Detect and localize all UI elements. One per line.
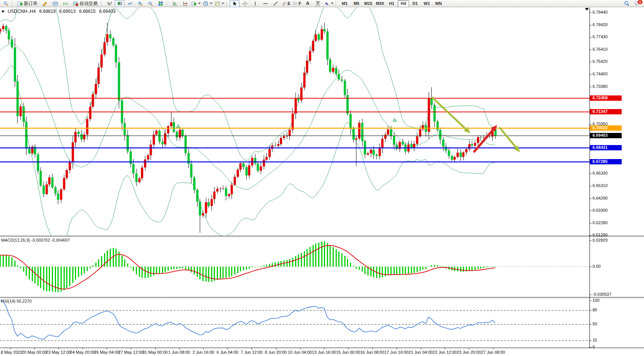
- text-tool-button[interactable]: A: [303, 0, 313, 7]
- chart-bars-button[interactable]: [104, 0, 114, 7]
- channel-e-glyph: E: [288, 1, 290, 6]
- chart-shift-icon: [183, 1, 188, 6]
- fibonacci-f-glyph: F: [299, 1, 301, 6]
- dropdown-caret-icon: [210, 3, 212, 4]
- text-label-tool-button[interactable]: T: [313, 0, 323, 7]
- zoom-in-button[interactable]: [135, 0, 145, 7]
- timeframe-h4[interactable]: H4: [398, 0, 409, 7]
- timeframe-d1[interactable]: D1: [409, 0, 421, 7]
- zoom-in-icon: [138, 1, 143, 6]
- tile-windows-button[interactable]: [156, 0, 165, 7]
- vertical-line-icon: [254, 1, 257, 6]
- line-chart-icon: [128, 1, 132, 6]
- crosshair-icon: [243, 1, 247, 6]
- cursor-tool-button[interactable]: [230, 0, 240, 7]
- timeframe-m5[interactable]: M5: [351, 0, 362, 7]
- rsi-name: RSI(14): [1, 299, 16, 303]
- templates-icon: [215, 1, 220, 6]
- ohlc-open: 6.68819: [39, 9, 56, 14]
- timeframe-m1[interactable]: M1: [339, 0, 350, 7]
- profile-icon: [53, 1, 58, 6]
- tile-windows-icon: [158, 1, 163, 6]
- dropdown-caret-icon: [331, 3, 333, 4]
- notification-count-badge: 1: [637, 0, 643, 5]
- macd-indicator-label: MACD(12,26,9) -0.003702 -0.004607: [1, 238, 70, 242]
- styler-button[interactable]: [40, 0, 50, 7]
- toolbar-separator: [166, 1, 169, 6]
- new-order-icon: [17, 1, 23, 6]
- dropdown-caret-icon: [198, 3, 201, 4]
- equidistant-channel-tool-button[interactable]: E: [281, 0, 291, 7]
- vertical-line-tool-button[interactable]: [250, 0, 260, 7]
- horizontal-line-tool-button[interactable]: [260, 0, 270, 7]
- fibonacci-icon: [293, 1, 297, 6]
- search-button[interactable]: [622, 0, 632, 7]
- new-order-label: 新订单: [24, 0, 37, 7]
- timeframe-mn[interactable]: MN: [433, 0, 444, 7]
- zoom-out-icon: [148, 1, 153, 6]
- ohlc-close: 6.69403: [99, 9, 115, 14]
- symbol-dropdown-icon[interactable]: [2, 11, 5, 13]
- arrows-tool-button[interactable]: [323, 0, 334, 7]
- quick-search-button[interactable]: [1, 0, 11, 7]
- ohlc-high: 6.69913: [59, 9, 75, 14]
- ohlc-low: 6.68615: [79, 9, 95, 14]
- macd-values: -0.003702 -0.004607: [31, 238, 70, 242]
- channel-icon: [282, 1, 286, 6]
- search-icon: [3, 1, 8, 6]
- notifications-button[interactable]: 1: [632, 0, 642, 7]
- rsi-value: 50.2270: [17, 299, 32, 303]
- new-order-button[interactable]: 新订单: [15, 0, 40, 7]
- autotrade-label: 自动交易: [79, 0, 98, 7]
- bar-chart-icon: [107, 1, 112, 6]
- trendline-icon: [273, 1, 278, 6]
- toolbar: 新订单 自动交易: [0, 0, 644, 7]
- fibonacci-tool-button[interactable]: F: [292, 0, 302, 7]
- trendline-tool-button[interactable]: [271, 0, 280, 7]
- autotrade-button[interactable]: 自动交易: [71, 0, 100, 7]
- rsi-indicator-label: RSI(14) 50.2270: [1, 299, 32, 303]
- price-chart-canvas[interactable]: [0, 0, 644, 356]
- templates-button[interactable]: [214, 0, 225, 7]
- chart-line-button[interactable]: [125, 0, 135, 7]
- crosshair-tool-button[interactable]: [240, 0, 250, 7]
- search-icon: [624, 1, 629, 6]
- mt4-window: 新订单 自动交易: [0, 0, 644, 356]
- timeframe-h1[interactable]: H1: [386, 0, 397, 7]
- text-tool-icon: A: [306, 1, 310, 6]
- signal-icon: [63, 1, 68, 6]
- chart-end-marker-icon[interactable]: [585, 8, 589, 11]
- indicators-button[interactable]: [190, 0, 202, 7]
- cursor-icon: [233, 1, 237, 6]
- dropdown-caret-icon: [222, 3, 224, 4]
- clock-icon: [203, 1, 208, 6]
- chart-title: USDCNH-,H4 6.68819 6.69913 6.68615 6.694…: [2, 9, 118, 14]
- macd-name: MACD(12,26,9): [1, 238, 30, 242]
- candlestick-icon: [117, 1, 122, 6]
- zoom-out-button[interactable]: [145, 0, 155, 7]
- autotrade-icon: [73, 1, 78, 6]
- chart-symbol-period: USDCNH-,H4: [8, 9, 36, 14]
- toolbar-separator: [226, 1, 229, 6]
- signals-button[interactable]: [61, 0, 70, 7]
- timeframe-m30[interactable]: M30: [374, 0, 386, 7]
- chart-candles-button[interactable]: [115, 0, 124, 7]
- toolbar-separator: [336, 1, 338, 6]
- periods-button[interactable]: [202, 0, 213, 7]
- timeframe-m15[interactable]: M15: [362, 0, 374, 7]
- auto-scroll-button[interactable]: [170, 0, 180, 7]
- toolbar-separator: [101, 1, 103, 6]
- brush-icon: [42, 1, 48, 6]
- shapes-arrow-icon: [324, 1, 329, 6]
- chart-shift-button[interactable]: [180, 0, 190, 7]
- toolbar-separator: [12, 1, 14, 6]
- indicators-icon: [191, 1, 196, 6]
- auto-scroll-icon: [173, 1, 177, 6]
- horizontal-line-icon: [263, 2, 268, 5]
- timeframe-w1[interactable]: W1: [421, 0, 432, 7]
- profiles-button[interactable]: [50, 0, 60, 7]
- text-label-icon: T: [316, 1, 320, 6]
